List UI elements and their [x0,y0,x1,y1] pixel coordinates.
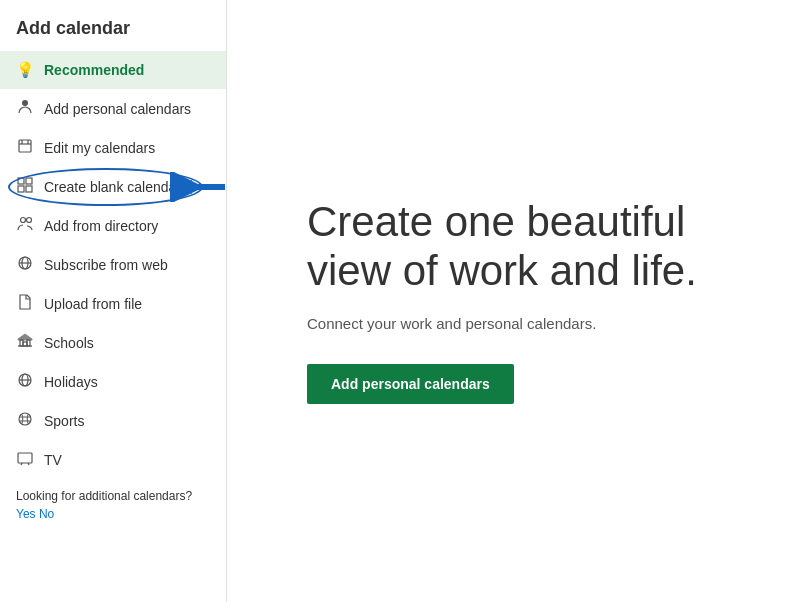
no-link[interactable]: No [39,507,54,521]
svg-marker-16 [18,334,32,340]
svg-rect-6 [26,178,32,184]
sidebar-item-add-directory[interactable]: Add from directory [0,206,226,245]
svg-rect-19 [23,342,27,346]
yes-link[interactable]: Yes [16,507,36,521]
main-heading: Create one beautiful view of work and li… [307,198,727,295]
sidebar-item-sports[interactable]: Sports [0,401,226,440]
main-subtext: Connect your work and personal calendars… [307,315,596,332]
svg-point-12 [27,218,32,223]
sidebar-item-label: Recommended [44,62,144,78]
grid-icon [16,177,34,196]
sidebar-item-label: Upload from file [44,296,142,312]
looking-for-text: Looking for additional calendars? [16,489,192,503]
sidebar-item-label: Sports [44,413,84,429]
sidebar-item-label: Add from directory [44,218,158,234]
sidebar-item-label: Schools [44,335,94,351]
sidebar-item-schools[interactable]: Schools [0,323,226,362]
sidebar-item-label: Create blank calendar [44,179,181,195]
svg-rect-27 [18,453,32,463]
tv-icon [16,450,34,469]
create-blank-wrapper: Create blank calendar [0,167,226,206]
sidebar-item-upload-file[interactable]: Upload from file [0,284,226,323]
sidebar-item-label: Add personal calendars [44,101,191,117]
sports-icon [16,411,34,430]
sidebar-item-create-blank[interactable]: Create blank calendar [0,167,226,206]
person-icon [16,99,34,118]
sidebar-item-label: TV [44,452,62,468]
svg-rect-1 [19,140,31,152]
svg-rect-5 [18,178,24,184]
link-icon [16,255,34,274]
svg-rect-8 [26,186,32,192]
sidebar-item-recommended[interactable]: 💡 Recommended [0,51,226,89]
schools-icon [16,333,34,352]
svg-point-0 [22,100,28,106]
recommended-icon: 💡 [16,61,34,79]
file-icon [16,294,34,313]
sidebar-item-subscribe-web[interactable]: Subscribe from web [0,245,226,284]
globe-icon [16,372,34,391]
sidebar-item-label: Holidays [44,374,98,390]
svg-point-24 [19,413,31,425]
sidebar-item-add-personal[interactable]: Add personal calendars [0,89,226,128]
add-personal-calendars-button[interactable]: Add personal calendars [307,364,514,404]
sidebar-title: Add calendar [0,0,226,51]
sidebar-item-label: Subscribe from web [44,257,168,273]
sidebar-item-label: Edit my calendars [44,140,155,156]
sidebar-item-holidays[interactable]: Holidays [0,362,226,401]
sidebar: Add calendar 💡 Recommended Add personal … [0,0,227,602]
looking-for-section: Looking for additional calendars? Yes No [0,479,226,531]
svg-point-11 [21,218,26,223]
sidebar-item-edit-calendars[interactable]: Edit my calendars [0,128,226,167]
edit-icon [16,138,34,157]
directory-icon [16,216,34,235]
main-content: Create one beautiful view of work and li… [227,0,800,602]
sidebar-item-tv[interactable]: TV [0,440,226,479]
svg-rect-7 [18,186,24,192]
